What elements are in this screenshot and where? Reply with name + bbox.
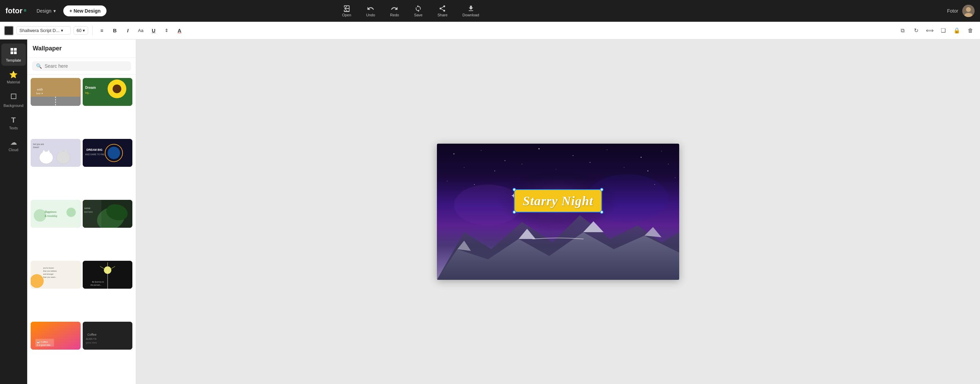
template-card-10[interactable]: Coffee ALWA YS good idea	[83, 322, 133, 350]
svg-text:than you believe: than you believe	[43, 270, 57, 272]
sidebar-item-material[interactable]: ⭐ Material	[2, 67, 26, 88]
new-design-label: + New Design	[69, 8, 100, 14]
svg-point-39	[30, 274, 43, 288]
open-label: Open	[342, 13, 351, 17]
open-icon	[343, 5, 350, 12]
rotate-button[interactable]: ↻	[911, 25, 921, 36]
svg-text:good idea: good idea	[86, 341, 97, 344]
handle-top-left[interactable]	[512, 188, 516, 191]
font-size-value: 60	[76, 28, 81, 33]
svg-point-15	[56, 151, 70, 164]
sidebar-item-background[interactable]: Background	[2, 89, 26, 111]
align-button[interactable]: ≡	[97, 25, 107, 36]
avatar	[962, 5, 975, 17]
template-card-9[interactable]: ☕ Coffee is a good idea	[30, 322, 81, 350]
redo-button[interactable]: Redo	[387, 3, 401, 18]
logo-text: fotor	[5, 6, 22, 15]
undo-button[interactable]: Undo	[363, 3, 378, 18]
svg-point-68	[641, 157, 641, 158]
main-layout: Template ⭐ Material Background T Texts ☁…	[0, 40, 980, 384]
download-button[interactable]: Download	[460, 3, 482, 18]
svg-point-24	[108, 147, 120, 159]
search-icon: 🔍	[36, 63, 42, 69]
svg-text:and stronger: and stronger	[43, 273, 54, 275]
font-dropdown-icon: ▾	[61, 28, 63, 33]
svg-point-79	[474, 184, 475, 185]
text-toolbar: Shallwera Script D... ▾ 60 ▾ ≡ B I Aa U …	[0, 22, 980, 40]
card-10-preview: Coffee ALWA YS good idea	[83, 322, 133, 350]
open-button[interactable]: Open	[339, 3, 354, 18]
separator-1	[92, 26, 92, 35]
design-button[interactable]: Design ▾	[33, 6, 59, 16]
line-height-button[interactable]: ⇕	[161, 25, 172, 36]
sidebar-label-template: Template	[6, 58, 21, 62]
save-button[interactable]: Save	[411, 3, 425, 18]
handle-bottom-left[interactable]	[512, 210, 516, 214]
svg-point-73	[556, 169, 556, 169]
svg-point-67	[607, 150, 608, 150]
svg-point-76	[648, 170, 648, 171]
sidebar-item-template[interactable]: Template	[2, 43, 26, 66]
svg-text:DREAM BIG: DREAM BIG	[86, 148, 102, 151]
svg-text:brave!: brave!	[33, 146, 39, 148]
template-card-5[interactable]: Happiness & friendship	[30, 200, 81, 228]
save-label: Save	[414, 13, 423, 17]
svg-text:than you seem...: than you seem...	[43, 276, 57, 278]
svg-text:love ✦: love ✦	[36, 92, 43, 95]
background-icon	[10, 92, 18, 102]
template-card-1[interactable]: with love ✦	[30, 78, 81, 106]
underline-button[interactable]: U	[148, 25, 159, 36]
font-size-aa-button[interactable]: Aa	[135, 25, 146, 36]
template-card-6[interactable]: some text here	[83, 200, 133, 228]
user-name: Fotor	[947, 8, 958, 14]
template-icon	[10, 47, 18, 57]
cloud-icon: ☁	[10, 138, 17, 147]
selected-text-box[interactable]: Starry Night	[514, 189, 602, 212]
layers-button[interactable]: ❑	[938, 25, 949, 36]
template-card-7[interactable]: you're braver than you believe and stron…	[30, 261, 81, 289]
card-4-preview: DREAM BIG AND DARE TO FAIL	[83, 139, 133, 167]
template-card-8[interactable]: Be fearless in the pursuit...	[83, 261, 133, 289]
svg-text:AND DARE TO FAIL: AND DARE TO FAIL	[85, 153, 105, 156]
font-color-button[interactable]: A	[174, 25, 185, 36]
download-label: Download	[463, 13, 479, 17]
svg-point-70	[464, 167, 465, 168]
delete-button[interactable]: 🗑	[965, 25, 976, 36]
duplicate-button[interactable]: ⧉	[897, 25, 908, 36]
sidebar-item-texts[interactable]: T Texts	[2, 112, 26, 134]
undo-icon	[367, 5, 374, 12]
text-color-box[interactable]	[4, 26, 14, 35]
svg-point-63	[481, 150, 482, 151]
template-panel: Wallpaper 🔍 with love ✦	[27, 40, 136, 384]
card-5-preview: Happiness & friendship	[30, 200, 81, 228]
svg-point-80	[675, 177, 675, 178]
svg-text:is a good idea: is a good idea	[37, 344, 50, 347]
font-name: Shallwera Script D...	[19, 28, 60, 33]
bold-button[interactable]: B	[110, 25, 120, 36]
share-button[interactable]: Share	[435, 3, 450, 18]
svg-point-72	[522, 164, 522, 164]
save-icon	[414, 5, 422, 12]
canvas: ✦ ✦ ✦ Star	[437, 143, 679, 280]
template-card-3[interactable]: but you are brave!	[30, 139, 81, 167]
card-8-preview: Be fearless in the pursuit...	[83, 261, 133, 289]
italic-button[interactable]: I	[123, 25, 133, 36]
redo-icon	[391, 5, 398, 12]
card-1-preview: with love ✦	[30, 78, 81, 106]
font-selector[interactable]: Shallwera Script D... ▾	[16, 26, 71, 35]
flip-button[interactable]: ⟺	[924, 25, 935, 36]
font-size-selector[interactable]: 60 ▾	[73, 26, 88, 35]
font-size-dropdown-icon: ▾	[83, 28, 85, 33]
template-card-4[interactable]: DREAM BIG AND DARE TO FAIL	[83, 139, 133, 167]
lock-button[interactable]: 🔒	[951, 25, 962, 36]
svg-point-65	[539, 148, 540, 150]
svg-text:text here: text here	[84, 211, 92, 213]
sidebar-item-cloud[interactable]: ☁ Cloud	[2, 135, 26, 155]
share-label: Share	[438, 13, 447, 17]
search-input[interactable]	[45, 63, 127, 69]
svg-text:but you are: but you are	[33, 143, 44, 146]
template-card-2[interactable]: Dream big...	[83, 78, 133, 106]
new-design-button[interactable]: + New Design	[63, 5, 107, 16]
underline-decoration	[529, 235, 587, 242]
svg-point-69	[661, 151, 662, 151]
